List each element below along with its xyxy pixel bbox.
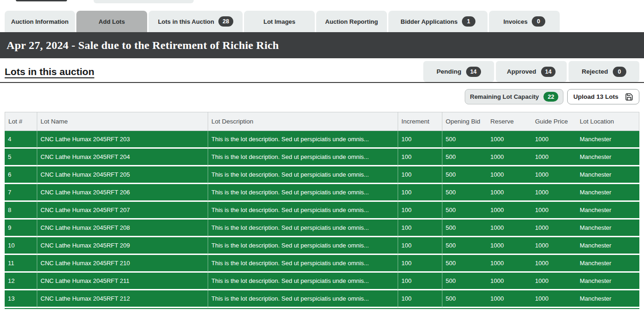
status-filter-bar: Pending14Approved14Rejected0 (423, 61, 639, 82)
cell-lot-location: Manchester (576, 220, 639, 237)
cutoff-element-dark (16, 0, 67, 1)
column-header-lot-location: Lot Location (576, 112, 639, 131)
rejected-filter-button[interactable]: Rejected0 (569, 61, 639, 82)
cutoff-element-light (94, 0, 194, 3)
cell-opening-bid: 500 (442, 149, 487, 166)
cell-lot-name: CNC Lathe Humax 2045RFT 203 (37, 131, 208, 149)
cell-lot-location: Manchester (576, 255, 639, 273)
tab-auction-information[interactable]: Auction Information (5, 11, 75, 32)
tab-label: Auction Reporting (325, 18, 378, 25)
cell-increment: 100 (398, 290, 442, 308)
cell-lot-name: CNC Lathe Humax 2045RFT 207 (37, 202, 208, 220)
cell-lot-number: 6 (5, 166, 37, 184)
cell-increment: 100 (398, 131, 442, 149)
cell-reserve: 1000 (487, 131, 532, 149)
cell-lot-number: 12 (5, 273, 37, 290)
cell-lot-number: 5 (5, 149, 37, 166)
cell-increment: 100 (398, 237, 442, 255)
tab-label: Lot Images (264, 18, 296, 25)
toolbar: Remaining Lot Capacity 22 Upload 13 Lots (5, 89, 639, 104)
cell-reserve: 1000 (487, 255, 532, 273)
table-row[interactable]: 4CNC Lathe Humax 2045RFT 203This is the … (5, 131, 639, 149)
column-header-lot-description: Lot Description (208, 112, 398, 131)
cell-increment: 100 (398, 149, 442, 166)
table-row[interactable]: 8CNC Lathe Humax 2045RFT 207This is the … (5, 202, 639, 220)
tab-add-lots[interactable]: Add Lots (76, 11, 147, 32)
cell-increment: 100 (398, 202, 442, 220)
filter-badge: 14 (541, 67, 556, 77)
tab-invoices[interactable]: Invoices0 (489, 11, 560, 32)
cell-guide-price: 1000 (532, 220, 576, 237)
table-row[interactable]: 11CNC Lathe Humax 2045RFT 210This is the… (5, 255, 639, 273)
tab-label: Lots in this Auction (158, 18, 214, 25)
cell-lot-description: This is the lot description. Sed ut pers… (208, 149, 398, 166)
tab-bar: Auction InformationAdd LotsLots in this … (5, 11, 644, 32)
cell-guide-price: 1000 (532, 273, 576, 290)
cell-lot-location: Manchester (576, 166, 639, 184)
cell-increment: 100 (398, 166, 442, 184)
tab-lots-in-this-auction[interactable]: Lots in this Auction28 (149, 11, 243, 32)
lots-table-body: 4CNC Lathe Humax 2045RFT 203This is the … (5, 131, 639, 308)
cell-lot-number: 8 (5, 202, 37, 220)
cell-lot-location: Manchester (576, 237, 639, 255)
cell-lot-number: 7 (5, 184, 37, 202)
cell-reserve: 1000 (487, 237, 532, 255)
cell-lot-location: Manchester (576, 290, 639, 308)
table-row[interactable]: 10CNC Lathe Humax 2045RFT 209This is the… (5, 237, 639, 255)
remaining-lot-capacity-label: Remaining Lot Capacity (470, 93, 539, 100)
cell-guide-price: 1000 (532, 255, 576, 273)
cell-lot-location: Manchester (576, 273, 639, 290)
table-header-row: Lot #Lot NameLot DescriptionIncrementOpe… (5, 112, 639, 131)
remaining-lot-capacity-button[interactable]: Remaining Lot Capacity 22 (465, 89, 563, 104)
filter-label: Pending (436, 68, 461, 75)
cell-lot-name: CNC Lathe Humax 2045RFT 206 (37, 184, 208, 202)
table-row[interactable]: 12CNC Lathe Humax 2045RFT 211This is the… (5, 273, 639, 290)
save-floppy-icon (625, 93, 633, 101)
pending-filter-button[interactable]: Pending14 (423, 61, 494, 82)
cell-guide-price: 1000 (532, 237, 576, 255)
cell-lot-description: This is the lot description. Sed ut pers… (208, 255, 398, 273)
cell-opening-bid: 500 (442, 131, 487, 149)
table-row[interactable]: 6CNC Lathe Humax 2045RFT 205This is the … (5, 166, 639, 184)
cell-lot-name: CNC Lathe Humax 2045RFT 209 (37, 237, 208, 255)
tab-label: Add Lots (99, 18, 125, 25)
remaining-lot-capacity-badge: 22 (543, 92, 558, 102)
cell-lot-name: CNC Lathe Humax 2045RFT 204 (37, 149, 208, 166)
cell-guide-price: 1000 (532, 149, 576, 166)
cell-reserve: 1000 (487, 166, 532, 184)
upload-lots-button[interactable]: Upload 13 Lots (567, 89, 639, 104)
cell-lot-location: Manchester (576, 184, 639, 202)
tab-lot-images[interactable]: Lot Images (244, 11, 315, 32)
cell-increment: 100 (398, 255, 442, 273)
approved-filter-button[interactable]: Approved14 (496, 61, 567, 82)
tab-label: Auction Information (11, 18, 69, 25)
cell-lot-location: Manchester (576, 131, 639, 149)
column-header-lot-number: Lot # (5, 112, 37, 131)
cell-increment: 100 (398, 273, 442, 290)
section-head: Lots in this auction Pending14Approved14… (5, 61, 639, 82)
cell-lot-description: This is the lot description. Sed ut pers… (208, 220, 398, 237)
top-cutoff-strip (0, 0, 644, 11)
cell-guide-price: 1000 (532, 290, 576, 308)
cell-reserve: 1000 (487, 220, 532, 237)
cell-lot-description: This is the lot description. Sed ut pers… (208, 202, 398, 220)
cell-lot-name: CNC Lathe Humax 2045RFT 212 (37, 290, 208, 308)
cell-increment: 100 (398, 220, 442, 237)
table-row[interactable]: 13CNC Lathe Humax 2045RFT 212This is the… (5, 290, 639, 308)
cell-opening-bid: 500 (442, 237, 487, 255)
cell-increment: 100 (398, 184, 442, 202)
table-row[interactable]: 7CNC Lathe Humax 2045RFT 206This is the … (5, 184, 639, 202)
cell-lot-description: This is the lot description. Sed ut pers… (208, 131, 398, 149)
table-row[interactable]: 5CNC Lathe Humax 2045RFT 204This is the … (5, 149, 639, 166)
cell-lot-number: 9 (5, 220, 37, 237)
cell-opening-bid: 500 (442, 255, 487, 273)
cell-reserve: 1000 (487, 202, 532, 220)
tab-auction-reporting[interactable]: Auction Reporting (316, 11, 387, 32)
section-divider (0, 82, 644, 83)
filter-label: Approved (507, 68, 536, 75)
tab-bidder-applications[interactable]: Bidder Applications1 (388, 11, 488, 32)
cell-lot-description: This is the lot description. Sed ut pers… (208, 273, 398, 290)
cell-lot-name: CNC Lathe Humax 2045RFT 205 (37, 166, 208, 184)
table-row[interactable]: 9CNC Lathe Humax 2045RFT 208This is the … (5, 220, 639, 237)
next-row-cutoff-sliver (5, 308, 639, 309)
